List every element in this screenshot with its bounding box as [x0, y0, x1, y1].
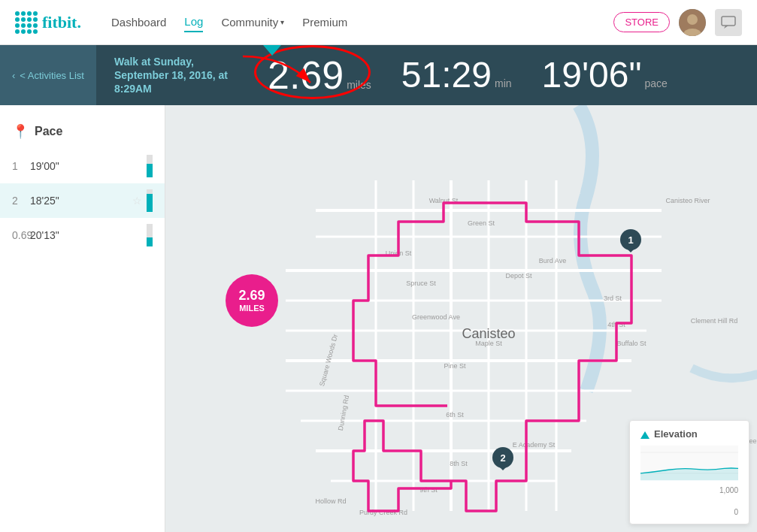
distance-value: 2.69	[268, 56, 344, 95]
svg-text:Spruce St: Spruce St	[406, 280, 436, 287]
logo-dots	[15, 11, 38, 34]
time-unit: min	[495, 77, 512, 89]
pace-row-2: 2 18'25" ☆	[0, 183, 165, 218]
pace-value: 19'06"	[542, 57, 642, 93]
svg-point-1	[687, 14, 698, 25]
activity-info: Walk at Sunday, September 18, 2016, at 8…	[96, 55, 253, 96]
map-area: Walnut St Green St Union St Spruce St De…	[165, 105, 757, 532]
svg-text:Clement Hill Rd: Clement Hill Rd	[691, 317, 738, 325]
pace-row-3: 0.69 20'13"	[0, 218, 165, 252]
time-value: 51:29	[401, 57, 492, 93]
pace-row-3-num: 0.69	[12, 229, 30, 241]
logo-text: fitbit.	[42, 13, 81, 32]
location-icon: 📍	[12, 123, 29, 140]
elevation-title: Elevation	[640, 428, 738, 440]
pace-row-1-time: 19'00"	[30, 160, 142, 172]
time-stat: 51:29 min	[401, 57, 512, 93]
svg-text:Buffalo St: Buffalo St	[617, 340, 646, 347]
chevron-down-icon: ▾	[280, 18, 284, 26]
map-background: Walnut St Green St Union St Spruce St De…	[165, 105, 757, 532]
svg-text:Depot St: Depot St	[505, 272, 532, 280]
activities-list-button[interactable]: ‹ < Activities List	[0, 45, 96, 105]
distance-item: 2.69 miles	[268, 56, 371, 95]
distance-stat: 2.69 miles	[268, 56, 371, 95]
main-nav: Dashboard Log Community ▾ Premium	[111, 12, 591, 32]
svg-text:Green St: Green St	[468, 219, 495, 227]
svg-text:Hollow Rd: Hollow Rd	[315, 497, 346, 505]
header: fitbit. Dashboard Log Community ▾ Premiu…	[0, 0, 757, 45]
svg-text:3rd St: 3rd St	[604, 295, 622, 302]
distance-unit: miles	[347, 79, 371, 91]
nav-community[interactable]: Community ▾	[221, 13, 284, 32]
svg-text:Canisteo River: Canisteo River	[665, 197, 710, 204]
pace-table: 1 19'00" 2 18'25" ☆ 0.69 20'13"	[0, 149, 165, 252]
main-content: 📍 Pace 1 19'00" 2 18'25" ☆	[0, 105, 757, 532]
svg-text:6th St: 6th St	[446, 411, 464, 419]
nav-log[interactable]: Log	[184, 12, 203, 32]
pace-unit: pace	[645, 77, 668, 89]
logo: fitbit.	[15, 11, 81, 34]
pace-row-1: 1 19'00"	[0, 149, 165, 183]
pace-row-1-num: 1	[12, 160, 30, 172]
svg-text:Burd Ave: Burd Ave	[539, 257, 566, 264]
svg-text:8th St: 8th St	[450, 460, 468, 467]
svg-text:Greenwood Ave: Greenwood Ave	[412, 313, 460, 321]
avatar[interactable]	[679, 9, 706, 36]
elevation-panel: Elevation 1,000 0	[629, 420, 749, 524]
map-pin-2: 2	[492, 447, 513, 468]
pace-row-3-time: 20'13"	[30, 229, 142, 241]
elevation-chart	[640, 444, 738, 482]
header-right: STORE	[613, 9, 742, 36]
elevation-labels: 1,000 0	[640, 486, 738, 516]
chat-icon[interactable]	[715, 9, 742, 36]
activity-title: Walk at Sunday, September 18, 2016, at 8…	[114, 55, 235, 96]
svg-rect-3	[722, 17, 735, 26]
pace-stat: 19'06" pace	[542, 57, 668, 93]
pace-bar-2	[147, 189, 153, 212]
sidebar-title: Pace	[35, 125, 62, 138]
miles-badge: 2.69 MILES	[226, 274, 278, 327]
pace-bar-3	[147, 224, 153, 246]
chevron-left-icon: ‹	[12, 70, 15, 81]
svg-text:E Academy St: E Academy St	[513, 441, 556, 449]
stats-bar: ‹ < Activities List Walk at Sunday, Sept…	[0, 45, 757, 105]
store-button[interactable]: STORE	[613, 12, 670, 32]
svg-marker-47	[640, 431, 650, 439]
nav-dashboard[interactable]: Dashboard	[111, 13, 166, 32]
map-pin-1: 1	[620, 229, 641, 250]
pace-row-2-num: 2	[12, 195, 30, 207]
svg-text:Pine St: Pine St	[444, 362, 466, 370]
sidebar: 📍 Pace 1 19'00" 2 18'25" ☆	[0, 105, 165, 532]
stats-numbers: 2.69 miles 51:29 min 19'06" pace	[253, 56, 757, 95]
svg-text:Canisteo: Canisteo	[462, 326, 515, 341]
nav-premium[interactable]: Premium	[302, 13, 347, 32]
pace-row-2-time: 18'25"	[30, 195, 132, 207]
pace-bar-1	[147, 155, 153, 177]
sidebar-header: 📍 Pace	[0, 117, 165, 149]
star-icon[interactable]: ☆	[132, 195, 142, 207]
